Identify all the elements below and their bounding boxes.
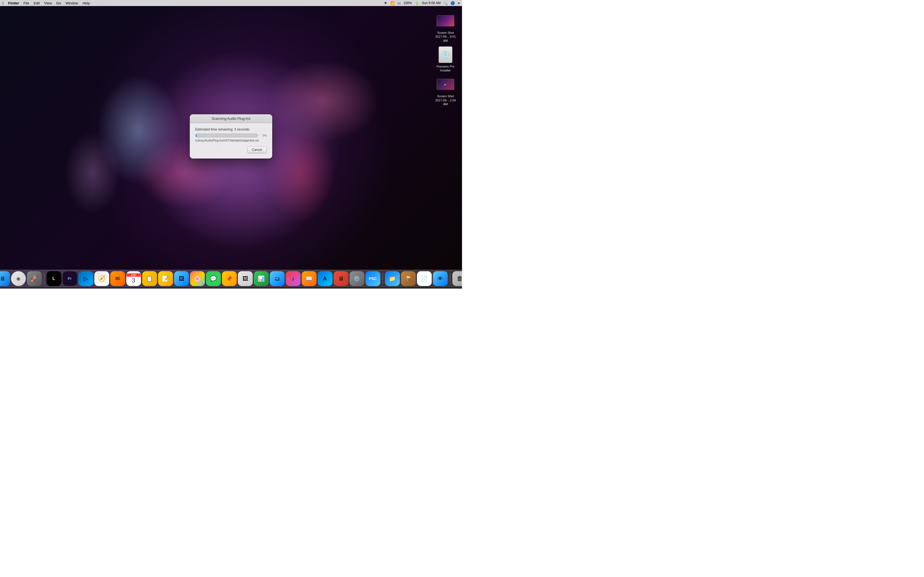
battery-percent: 100%: [404, 1, 412, 5]
desktop:  Finder File Edit View Go Window Help 👁…: [0, 0, 462, 288]
cancel-button[interactable]: Cancel: [247, 147, 267, 153]
dock-item-vscode[interactable]: ▷: [78, 271, 93, 286]
dock-item-finder[interactable]: 🖥: [0, 271, 10, 286]
dock-item-calendar[interactable]: JAN 3: [126, 271, 141, 286]
progress-percent: 2%: [260, 134, 267, 137]
dock-separator-3: [450, 273, 450, 284]
dock-item-notes[interactable]: 📝: [158, 271, 173, 286]
dock-item-filemanager2[interactable]: 📁: [385, 271, 400, 286]
dock-item-stickies[interactable]: 📌: [222, 271, 237, 286]
siri-icon[interactable]: 🔵: [451, 1, 455, 5]
dock-item-premiere[interactable]: Pr: [62, 271, 77, 286]
dock-item-screenconnect[interactable]: 🖥: [334, 271, 349, 286]
battery-icon: 🔋: [415, 1, 419, 5]
clock: Sun 9:00 AM: [422, 1, 441, 5]
spotlight-icon[interactable]: 🔍: [443, 1, 448, 5]
dock-item-slideshow[interactable]: 🖼: [174, 271, 189, 286]
dock-item-safari[interactable]: 🧭: [94, 271, 109, 286]
apple-menu[interactable]: : [2, 1, 3, 5]
dock-item-pkginstaller[interactable]: 📦: [401, 271, 416, 286]
dock-item-itunes[interactable]: ♪: [286, 271, 300, 286]
dock-item-notefile[interactable]: 📋: [142, 271, 157, 286]
dock-item-filemanager[interactable]: 🗂: [270, 271, 284, 286]
dock-separator-1: [44, 273, 44, 284]
dock-item-siri[interactable]: ◉: [11, 271, 26, 286]
wifi-icon[interactable]: 📶: [390, 1, 395, 5]
dialog-body: Estimated time remaining: 3 seconds 2% /…: [190, 123, 272, 158]
app-name: Finder: [8, 1, 19, 5]
menu-go[interactable]: Go: [57, 1, 61, 5]
menu-help[interactable]: Help: [82, 1, 90, 5]
dock-item-messages[interactable]: 💬: [206, 271, 221, 286]
dialog-titlebar: Scanning Audio Plug-Ins: [190, 114, 272, 123]
dock-item-pluginscan[interactable]: PSC: [365, 271, 380, 286]
dock-item-sysprefs[interactable]: ⚙️: [349, 271, 364, 286]
dock-item-textedit[interactable]: 📄: [417, 271, 432, 286]
menu-view[interactable]: View: [44, 1, 52, 5]
dock-container: 🖥 ◉ 🚀 L Pr ▷ 🧭: [0, 270, 462, 287]
dock-item-numbers[interactable]: 📊: [254, 271, 269, 286]
progress-bar: [195, 134, 258, 137]
eye-icon: 👁: [384, 1, 388, 5]
menu-window[interactable]: Window: [65, 1, 78, 5]
airplay-icon[interactable]: ▭: [397, 1, 401, 5]
menubar:  Finder File Edit View Go Window Help 👁…: [0, 0, 462, 6]
dock: 🖥 ◉ 🚀 L Pr ▷ 🧭: [0, 266, 462, 288]
dock-item-appstore[interactable]: A: [318, 271, 333, 286]
dock-item-photo-viewer[interactable]: 🖼: [238, 271, 253, 286]
progress-fill: [195, 134, 197, 137]
dock-item-letter[interactable]: ✉: [110, 271, 125, 286]
notification-icon[interactable]: ≡: [457, 1, 460, 5]
dialog-time-remaining: Estimated time remaining: 3 seconds: [195, 127, 267, 131]
menubar-left:  Finder File Edit View Go Window Help: [2, 1, 90, 5]
menu-file[interactable]: File: [23, 1, 29, 5]
dock-item-live[interactable]: L: [47, 271, 61, 286]
dock-item-photos[interactable]: 🌸: [190, 271, 205, 286]
dialog-overlay: Scanning Audio Plug-Ins Estimated time r…: [0, 6, 462, 266]
dock-separator-2: [383, 273, 383, 284]
menubar-right: 👁 📶 ▭ 100% 🔋 Sun 9:00 AM 🔍 🔵 ≡: [384, 1, 460, 5]
dialog-buttons: Cancel: [195, 147, 267, 154]
menu-edit[interactable]: Edit: [34, 1, 40, 5]
dock-item-ibooks[interactable]: 📖: [302, 271, 317, 286]
progress-row: 2%: [195, 134, 267, 137]
dock-item-launchpad[interactable]: 🚀: [27, 271, 42, 286]
scanning-dialog: Scanning Audio Plug-Ins Estimated time r…: [190, 114, 272, 158]
dialog-path: /Library/Audio/Plug-Ins/VST/ValhallaVint…: [195, 139, 267, 142]
dock-item-trash[interactable]: 🗑: [452, 271, 462, 286]
dock-item-preview[interactable]: 👁: [433, 271, 448, 286]
dialog-title: Scanning Audio Plug-Ins: [212, 116, 250, 121]
